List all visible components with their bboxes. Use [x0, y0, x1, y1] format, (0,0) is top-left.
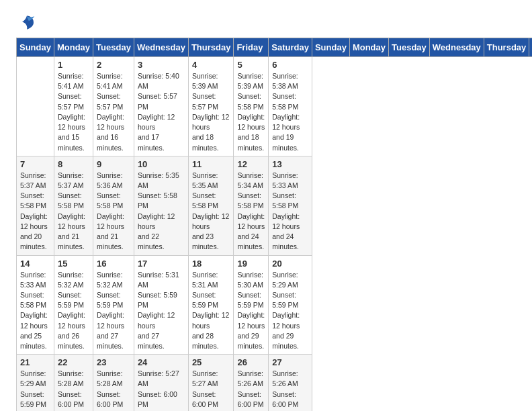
calendar-cell: 21Sunrise: 5:29 AM Sunset: 5:59 PM Dayli…: [17, 355, 54, 411]
header-day-friday: Friday: [529, 38, 532, 57]
day-number: 12: [237, 159, 265, 169]
day-number: 11: [192, 159, 230, 169]
day-info: Sunrise: 5:26 AM Sunset: 6:00 PM Dayligh…: [237, 369, 265, 411]
header-monday: Monday: [54, 38, 93, 57]
day-info: Sunrise: 5:36 AM Sunset: 5:58 PM Dayligh…: [97, 171, 130, 253]
day-number: 26: [237, 357, 265, 367]
day-info: Sunrise: 5:41 AM Sunset: 5:57 PM Dayligh…: [97, 71, 130, 153]
day-info: Sunrise: 5:40 AM Sunset: 5:57 PM Dayligh…: [138, 71, 185, 153]
calendar-cell: 17Sunrise: 5:31 AM Sunset: 5:59 PM Dayli…: [134, 255, 188, 355]
calendar-cell: 10Sunrise: 5:35 AM Sunset: 5:58 PM Dayli…: [134, 156, 188, 255]
header: [16, 13, 516, 32]
calendar-cell: 7Sunrise: 5:37 AM Sunset: 5:58 PM Daylig…: [17, 156, 54, 255]
day-info: Sunrise: 5:30 AM Sunset: 5:59 PM Dayligh…: [237, 270, 265, 352]
calendar-cell: 19Sunrise: 5:30 AM Sunset: 5:59 PM Dayli…: [234, 255, 269, 355]
header-thursday: Thursday: [188, 38, 234, 57]
calendar-cell: 24Sunrise: 5:27 AM Sunset: 6:00 PM Dayli…: [134, 355, 188, 411]
day-number: 19: [237, 259, 265, 269]
day-number: 10: [138, 159, 185, 169]
calendar-cell: 27Sunrise: 5:26 AM Sunset: 6:00 PM Dayli…: [269, 355, 312, 411]
calendar-week-3: 14Sunrise: 5:33 AM Sunset: 5:58 PM Dayli…: [17, 255, 533, 355]
calendar-cell: 1Sunrise: 5:41 AM Sunset: 5:57 PM Daylig…: [54, 57, 93, 156]
calendar-cell: 26Sunrise: 5:26 AM Sunset: 6:00 PM Dayli…: [234, 355, 269, 411]
day-number: 8: [58, 159, 89, 169]
header-wednesday: Wednesday: [134, 38, 188, 57]
day-info: Sunrise: 5:41 AM Sunset: 5:57 PM Dayligh…: [58, 71, 89, 153]
day-number: 23: [97, 357, 130, 367]
day-number: 1: [58, 60, 89, 70]
header-day-thursday: Thursday: [484, 38, 529, 57]
day-info: Sunrise: 5:37 AM Sunset: 5:58 PM Dayligh…: [20, 171, 50, 253]
day-info: Sunrise: 5:39 AM Sunset: 5:58 PM Dayligh…: [237, 71, 265, 153]
header-day-monday: Monday: [349, 38, 388, 57]
day-info: Sunrise: 5:31 AM Sunset: 5:59 PM Dayligh…: [192, 270, 230, 352]
day-info: Sunrise: 5:33 AM Sunset: 5:58 PM Dayligh…: [272, 171, 308, 253]
day-number: 17: [138, 259, 185, 269]
day-info: Sunrise: 5:35 AM Sunset: 5:58 PM Dayligh…: [192, 171, 230, 253]
header-friday: Friday: [234, 38, 269, 57]
calendar-cell: 18Sunrise: 5:31 AM Sunset: 5:59 PM Dayli…: [188, 255, 234, 355]
calendar-week-4: 21Sunrise: 5:29 AM Sunset: 5:59 PM Dayli…: [17, 355, 533, 411]
day-info: Sunrise: 5:35 AM Sunset: 5:58 PM Dayligh…: [138, 171, 185, 253]
calendar-cell: 2Sunrise: 5:41 AM Sunset: 5:57 PM Daylig…: [93, 57, 134, 156]
calendar-cell: 5Sunrise: 5:39 AM Sunset: 5:58 PM Daylig…: [234, 57, 269, 156]
day-info: Sunrise: 5:39 AM Sunset: 5:57 PM Dayligh…: [192, 71, 230, 153]
day-number: 14: [20, 259, 50, 269]
day-number: 22: [58, 357, 89, 367]
day-info: Sunrise: 5:27 AM Sunset: 6:00 PM Dayligh…: [138, 369, 185, 411]
day-info: Sunrise: 5:29 AM Sunset: 5:59 PM Dayligh…: [20, 369, 50, 411]
day-number: 6: [272, 60, 308, 70]
calendar-cell: 14Sunrise: 5:33 AM Sunset: 5:58 PM Dayli…: [17, 255, 54, 355]
logo-bird-icon: [17, 13, 36, 32]
day-number: 5: [237, 60, 265, 70]
calendar-cell: 25Sunrise: 5:27 AM Sunset: 6:00 PM Dayli…: [188, 355, 234, 411]
day-info: Sunrise: 5:31 AM Sunset: 5:59 PM Dayligh…: [138, 270, 185, 352]
calendar-cell: 15Sunrise: 5:32 AM Sunset: 5:59 PM Dayli…: [54, 255, 93, 355]
calendar-cell: 11Sunrise: 5:35 AM Sunset: 5:58 PM Dayli…: [188, 156, 234, 255]
calendar-cell: 16Sunrise: 5:32 AM Sunset: 5:59 PM Dayli…: [93, 255, 134, 355]
day-number: 18: [192, 259, 230, 269]
day-info: Sunrise: 5:34 AM Sunset: 5:58 PM Dayligh…: [237, 171, 265, 253]
day-info: Sunrise: 5:28 AM Sunset: 6:00 PM Dayligh…: [58, 369, 89, 411]
header-day-wednesday: Wednesday: [429, 38, 484, 57]
header-tuesday: Tuesday: [93, 38, 134, 57]
calendar-cell: [17, 57, 54, 156]
calendar-cell: 20Sunrise: 5:29 AM Sunset: 5:59 PM Dayli…: [269, 255, 312, 355]
day-number: 21: [20, 357, 50, 367]
calendar-cell: 8Sunrise: 5:37 AM Sunset: 5:58 PM Daylig…: [54, 156, 93, 255]
calendar-week-2: 7Sunrise: 5:37 AM Sunset: 5:58 PM Daylig…: [17, 156, 533, 255]
calendar-cell: 3Sunrise: 5:40 AM Sunset: 5:57 PM Daylig…: [134, 57, 188, 156]
day-info: Sunrise: 5:29 AM Sunset: 5:59 PM Dayligh…: [272, 270, 308, 352]
day-info: Sunrise: 5:33 AM Sunset: 5:58 PM Dayligh…: [20, 270, 50, 352]
day-number: 4: [192, 60, 230, 70]
calendar-cell: 13Sunrise: 5:33 AM Sunset: 5:58 PM Dayli…: [269, 156, 312, 255]
calendar-cell: 22Sunrise: 5:28 AM Sunset: 6:00 PM Dayli…: [54, 355, 93, 411]
day-info: Sunrise: 5:26 AM Sunset: 6:00 PM Dayligh…: [272, 369, 308, 411]
calendar-cell: 9Sunrise: 5:36 AM Sunset: 5:58 PM Daylig…: [93, 156, 134, 255]
day-number: 3: [138, 60, 185, 70]
calendar-cell: 4Sunrise: 5:39 AM Sunset: 5:57 PM Daylig…: [188, 57, 234, 156]
calendar-cell: 12Sunrise: 5:34 AM Sunset: 5:58 PM Dayli…: [234, 156, 269, 255]
day-number: 24: [138, 357, 185, 367]
day-info: Sunrise: 5:32 AM Sunset: 5:59 PM Dayligh…: [58, 270, 89, 352]
day-info: Sunrise: 5:37 AM Sunset: 5:58 PM Dayligh…: [58, 171, 89, 253]
day-number: 13: [272, 159, 308, 169]
calendar-week-1: 1Sunrise: 5:41 AM Sunset: 5:57 PM Daylig…: [17, 57, 533, 156]
day-info: Sunrise: 5:38 AM Sunset: 5:58 PM Dayligh…: [272, 71, 308, 153]
day-number: 2: [97, 60, 130, 70]
day-number: 7: [20, 159, 50, 169]
calendar-header-row: SundayMondayTuesdayWednesdayThursdayFrid…: [17, 38, 533, 57]
calendar-table: SundayMondayTuesdayWednesdayThursdayFrid…: [16, 38, 532, 411]
logo: [16, 13, 36, 32]
header-day-sunday: Sunday: [312, 38, 349, 57]
header-saturday: Saturday: [269, 38, 312, 57]
day-number: 25: [192, 357, 230, 367]
day-info: Sunrise: 5:32 AM Sunset: 5:59 PM Dayligh…: [97, 270, 130, 352]
day-number: 27: [272, 357, 308, 367]
header-sunday: Sunday: [17, 38, 54, 57]
day-info: Sunrise: 5:27 AM Sunset: 6:00 PM Dayligh…: [192, 369, 230, 411]
calendar-cell: 6Sunrise: 5:38 AM Sunset: 5:58 PM Daylig…: [269, 57, 312, 156]
day-info: Sunrise: 5:28 AM Sunset: 6:00 PM Dayligh…: [97, 369, 130, 411]
day-number: 16: [97, 259, 130, 269]
day-number: 20: [272, 259, 308, 269]
